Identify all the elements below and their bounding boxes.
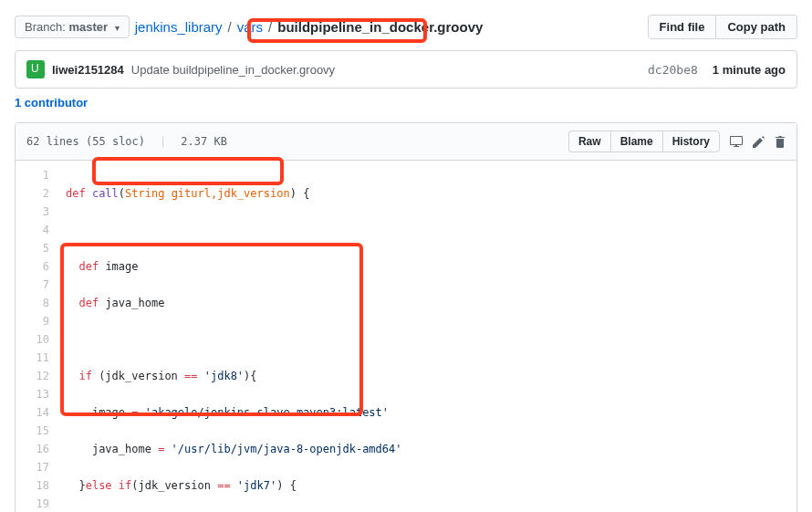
caret-down-icon: ▾ [115,23,120,33]
file-size: 2.37 KB [181,135,227,148]
commit-sha[interactable]: dc20be8 [648,63,698,77]
contributors-link[interactable]: 1 contributor [15,96,797,110]
blame-button[interactable]: Blame [610,131,662,152]
commit-author[interactable]: liwei2151284 [52,63,124,77]
latest-commit: liwei2151284 Update buildpipeline_in_doc… [15,50,797,89]
code-viewer: 1234567891011121314151617181920212223242… [16,161,796,512]
commit-time: 1 minute ago [713,63,786,77]
breadcrumb: jenkins_library / vars / buildpipeline_i… [135,19,484,35]
breadcrumb-folder[interactable]: vars [237,19,263,35]
desktop-icon[interactable] [729,134,744,149]
raw-button[interactable]: Raw [568,131,610,152]
copy-path-button[interactable]: Copy path [716,15,797,39]
branch-value: master [68,20,108,34]
line-numbers: 1234567891011121314151617181920212223242… [16,161,57,512]
pencil-icon[interactable] [753,135,765,148]
breadcrumb-file: buildpipeline_in_docker.groovy [277,19,483,35]
file-viewer: 62 lines (55 sloc) | 2.37 KB Raw Blame H… [15,122,797,512]
code-content[interactable]: def call(String giturl,jdk_version) { de… [57,161,796,512]
file-lines: 62 lines (55 sloc) [26,135,145,148]
commit-message[interactable]: Update buildpipeline_in_docker.groovy [131,63,335,77]
avatar [26,60,45,78]
trash-icon[interactable] [775,135,786,148]
find-file-button[interactable]: Find file [648,15,717,39]
history-button[interactable]: History [662,131,720,152]
branch-selector[interactable]: Branch: master ▾ [15,16,130,38]
file-header: 62 lines (55 sloc) | 2.37 KB Raw Blame H… [16,123,796,161]
branch-label: Branch: [25,20,66,34]
breadcrumb-root[interactable]: jenkins_library [135,19,223,35]
